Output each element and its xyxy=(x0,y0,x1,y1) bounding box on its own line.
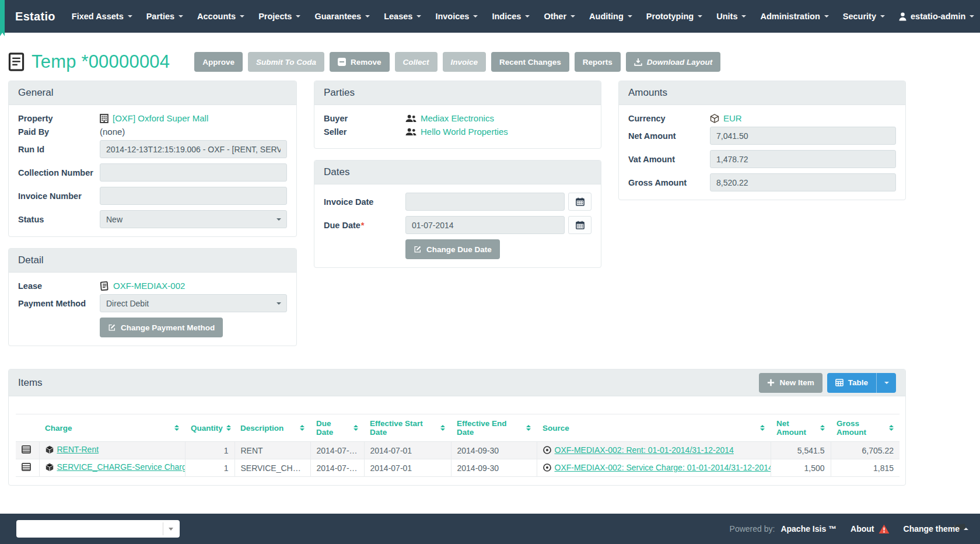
invoice-date-calendar-button[interactable] xyxy=(568,193,592,211)
row-detail-cell[interactable] xyxy=(16,442,39,459)
chevron-down-icon xyxy=(296,15,300,18)
nav-item-accounts[interactable]: Accounts xyxy=(190,0,251,33)
quantity-cell: 1 xyxy=(185,459,235,477)
column-header-due-date[interactable]: Due Date xyxy=(310,414,364,442)
nav-item-prototyping[interactable]: Prototyping xyxy=(639,0,709,33)
row-table-icon xyxy=(22,463,31,471)
column-header-effective-end-date[interactable]: Effective End Date xyxy=(451,414,537,442)
about-link[interactable]: About xyxy=(850,524,889,534)
remove-button[interactable]: Remove xyxy=(330,52,390,72)
source-link[interactable]: OXF-MEDIAX-002: Service Charge: 01-01-20… xyxy=(543,463,771,472)
nav-item-leases[interactable]: Leases xyxy=(377,0,428,33)
apache-isis-link[interactable]: Apache Isis ™ xyxy=(780,524,836,533)
nav-item-auditing[interactable]: Auditing xyxy=(582,0,639,33)
status-select[interactable]: New xyxy=(100,210,287,228)
column-header-quantity[interactable]: Quantity xyxy=(185,414,235,442)
download-layout-button[interactable]: Download Layout xyxy=(626,52,721,72)
change-theme-link[interactable]: Change theme xyxy=(904,524,968,533)
sort-icon[interactable] xyxy=(820,425,825,431)
due-date-field[interactable] xyxy=(405,216,565,234)
nav-item-security[interactable]: Security xyxy=(836,0,892,33)
invoice-button[interactable]: Invoice xyxy=(443,52,487,72)
change-due-date-button[interactable]: Change Due Date xyxy=(405,239,500,259)
nav-item-label: Auditing xyxy=(589,12,624,21)
collection-number-field[interactable] xyxy=(100,163,287,182)
dates-panel: Dates Invoice Date xyxy=(314,160,601,268)
submit-to-coda-button[interactable]: Submit To Coda xyxy=(248,52,324,72)
row-detail-cell[interactable] xyxy=(16,459,39,477)
column-header-charge[interactable]: Charge xyxy=(39,414,185,442)
nav-item-indices[interactable]: Indices xyxy=(485,0,537,33)
column-header-description[interactable]: Description xyxy=(235,414,310,442)
nav-item-guarantees[interactable]: Guarantees xyxy=(307,0,377,33)
column-middle: Parties Buyer Mediax Electronics xyxy=(314,81,601,279)
reports-button[interactable]: Reports xyxy=(575,52,621,72)
package-cube-icon xyxy=(46,463,54,472)
chevron-down-icon xyxy=(473,15,478,18)
column-header-gross-amount[interactable]: Gross Amount xyxy=(831,414,900,442)
amounts-panel: Amounts Currency EUR xyxy=(618,81,906,200)
nav-item-projects[interactable]: Projects xyxy=(251,0,307,33)
top-navbar: Estatio Fixed Assets Parties Accounts Pr… xyxy=(0,0,980,33)
buyer-link[interactable]: Mediax Electronics xyxy=(405,113,494,123)
recent-changes-button[interactable]: Recent Changes xyxy=(491,52,569,72)
nav-item-label: estatio-admin xyxy=(911,12,965,21)
lease-link[interactable]: OXF-MEDIAX-002 xyxy=(100,281,185,291)
nav-item-label: Indices xyxy=(492,12,521,21)
sort-icon[interactable] xyxy=(354,425,358,431)
lease-document-icon xyxy=(100,281,109,291)
nav-item-administration[interactable]: Administration xyxy=(753,0,835,33)
table-row: RENT-Rent 1 RENT 2014-07-01 2014-07-01 2… xyxy=(16,442,900,459)
run-id-field[interactable] xyxy=(100,140,287,158)
change-theme-label: Change theme xyxy=(904,524,960,533)
payment-method-label: Payment Method xyxy=(18,299,100,308)
buyer-label: Buyer xyxy=(324,114,405,123)
nav-item-invoices[interactable]: Invoices xyxy=(428,0,485,33)
table-view-button[interactable]: Table xyxy=(827,373,876,393)
payment-method-select[interactable]: Direct Debit xyxy=(100,294,287,312)
nav-item-other[interactable]: Other xyxy=(537,0,582,33)
sort-icon[interactable] xyxy=(760,425,765,431)
new-item-button[interactable]: New Item xyxy=(759,373,822,393)
net-amount-field[interactable] xyxy=(710,127,896,145)
nav-item-user-menu[interactable]: estatio-admin xyxy=(892,0,980,33)
seller-link[interactable]: Hello World Properties xyxy=(405,127,508,137)
collect-button[interactable]: Collect xyxy=(395,52,438,72)
column-header-net-amount[interactable]: Net Amount xyxy=(771,414,831,442)
button-label: Invoice xyxy=(451,58,478,67)
amounts-panel-title: Amounts xyxy=(619,81,905,105)
charge-link[interactable]: RENT-Rent xyxy=(46,445,99,454)
calendar-icon xyxy=(576,197,584,206)
building-icon xyxy=(100,114,108,123)
approve-button[interactable]: Approve xyxy=(194,52,243,72)
change-payment-method-button[interactable]: Change Payment Method xyxy=(100,318,223,337)
property-link[interactable]: [OXF] Oxford Super Mall xyxy=(100,113,208,123)
sort-icon[interactable] xyxy=(174,425,179,431)
nav-item-units[interactable]: Units xyxy=(709,0,753,33)
sort-icon[interactable] xyxy=(440,425,445,431)
table-view-dropdown-button[interactable] xyxy=(876,373,896,393)
column-header-effective-start-date[interactable]: Effective Start Date xyxy=(364,414,451,442)
sort-icon[interactable] xyxy=(300,425,304,431)
gross-amount-field[interactable] xyxy=(710,173,896,191)
nav-item-label: Guarantees xyxy=(314,12,361,21)
footer-bookmarks-select[interactable] xyxy=(16,520,180,538)
sort-icon[interactable] xyxy=(526,425,531,431)
sort-icon[interactable] xyxy=(889,425,894,431)
column-header-source[interactable]: Source xyxy=(537,414,771,442)
invoice-date-field[interactable] xyxy=(405,193,565,211)
sort-icon[interactable] xyxy=(226,425,231,431)
invoice-date-label: Invoice Date xyxy=(324,197,405,207)
due-date-calendar-button[interactable] xyxy=(568,216,592,234)
paid-by-label: Paid By xyxy=(18,127,100,137)
nav-item-label: Other xyxy=(544,12,566,21)
button-label: New Item xyxy=(779,378,814,387)
source-link[interactable]: OXF-MEDIAX-002: Rent: 01-01-2014/31-12-2… xyxy=(543,445,734,455)
vat-amount-field[interactable] xyxy=(710,150,896,168)
invoice-number-field[interactable] xyxy=(100,187,287,205)
nav-item-label: Security xyxy=(843,12,876,21)
nav-item-parties[interactable]: Parties xyxy=(139,0,190,33)
charge-link[interactable]: SERVICE_CHARGE-Service Charge xyxy=(46,462,186,472)
nav-item-fixed-assets[interactable]: Fixed Assets xyxy=(65,0,139,33)
currency-link[interactable]: EUR xyxy=(710,113,742,123)
